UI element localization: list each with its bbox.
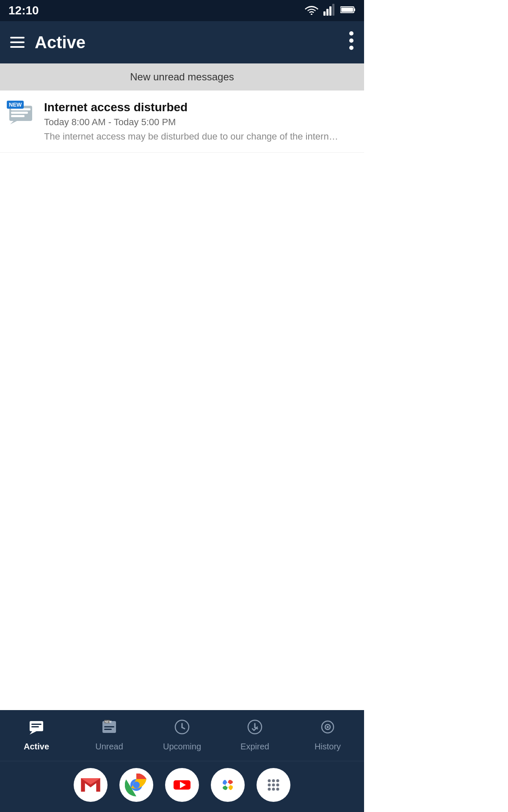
chrome-app[interactable] (119, 768, 153, 802)
svg-marker-15 (10, 121, 17, 124)
message-icon-wrap: NEW (8, 102, 36, 129)
svg-rect-6 (341, 8, 353, 12)
message-item[interactable]: NEW Internet access disturbed Today 8:00… (0, 91, 364, 153)
app-grid-app[interactable] (257, 768, 290, 802)
tab-active[interactable]: Active (0, 710, 73, 761)
svg-point-52 (276, 784, 279, 787)
tab-history[interactable]: History (291, 710, 364, 761)
svg-point-49 (276, 779, 279, 782)
app-bar-left: Active (10, 33, 86, 52)
photos-app[interactable] (211, 768, 245, 802)
app-bar: Active (0, 21, 364, 63)
upcoming-tab-icon (174, 719, 190, 738)
svg-point-40 (133, 782, 140, 788)
status-bar: 12:10 (0, 0, 364, 21)
svg-rect-17 (31, 724, 41, 725)
new-unread-banner: New unread messages (0, 63, 364, 91)
tab-expired-label: Expired (240, 742, 269, 752)
message-title: Internet access disturbed (44, 101, 356, 114)
signal-icon (323, 4, 335, 17)
new-badge: NEW (7, 101, 24, 109)
svg-rect-1 (323, 11, 326, 16)
svg-point-47 (268, 779, 271, 782)
svg-rect-18 (31, 726, 39, 727)
svg-rect-2 (326, 9, 329, 16)
nav-tabs: Active NEW Unread (0, 710, 364, 761)
tab-unread[interactable]: NEW Unread (73, 710, 146, 761)
svg-rect-24 (104, 729, 112, 730)
tab-history-label: History (315, 742, 341, 752)
svg-rect-3 (329, 6, 331, 16)
svg-point-8 (349, 31, 353, 36)
banner-text: New unread messages (130, 71, 234, 82)
message-content: Internet access disturbed Today 8:00 AM … (44, 101, 356, 142)
svg-point-33 (327, 726, 329, 728)
svg-point-48 (272, 779, 275, 782)
tab-active-label: Active (24, 742, 49, 752)
expired-tab-icon (247, 719, 262, 738)
svg-rect-4 (332, 4, 334, 16)
svg-rect-13 (11, 112, 28, 114)
svg-text:NEW: NEW (105, 720, 112, 723)
unread-tab-icon: NEW (102, 719, 117, 738)
app-dock (0, 761, 364, 812)
svg-rect-14 (11, 115, 25, 117)
more-options-button[interactable] (349, 30, 354, 55)
hamburger-menu-button[interactable] (10, 37, 25, 48)
svg-point-53 (268, 788, 271, 791)
wifi-icon (305, 5, 318, 16)
svg-point-50 (268, 784, 271, 787)
status-time: 12:10 (8, 4, 39, 17)
message-time: Today 8:00 AM - Today 5:00 PM (44, 117, 356, 128)
status-icons (305, 4, 356, 17)
page-title: Active (35, 33, 86, 52)
svg-point-0 (311, 14, 312, 15)
active-tab-icon (29, 719, 44, 738)
youtube-app[interactable] (165, 768, 199, 802)
message-preview: The internet access may be disturbed due… (44, 131, 340, 142)
svg-marker-19 (30, 731, 36, 735)
history-tab-icon (320, 719, 335, 738)
svg-rect-7 (354, 8, 355, 11)
svg-point-55 (276, 788, 279, 791)
bottom-navigation: Active NEW Unread (0, 710, 364, 812)
svg-rect-23 (104, 726, 114, 727)
svg-point-9 (349, 38, 353, 43)
svg-line-27 (182, 727, 185, 729)
svg-point-51 (272, 784, 275, 787)
svg-point-10 (349, 46, 353, 50)
gmail-app[interactable] (74, 768, 108, 802)
tab-upcoming[interactable]: Upcoming (146, 710, 218, 761)
battery-icon (340, 5, 356, 16)
main-content: NEW Internet access disturbed Today 8:00… (0, 91, 364, 723)
tab-unread-label: Unread (95, 742, 123, 752)
svg-point-54 (272, 788, 275, 791)
svg-point-45 (226, 783, 230, 787)
tab-expired[interactable]: Expired (218, 710, 291, 761)
tab-upcoming-label: Upcoming (163, 742, 201, 752)
